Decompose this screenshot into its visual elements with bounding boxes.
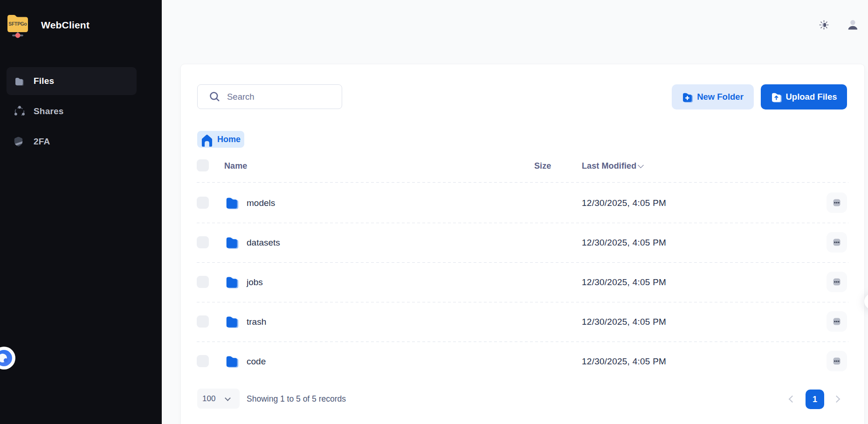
svg-text:SFTPGo: SFTPGo [8, 21, 27, 27]
